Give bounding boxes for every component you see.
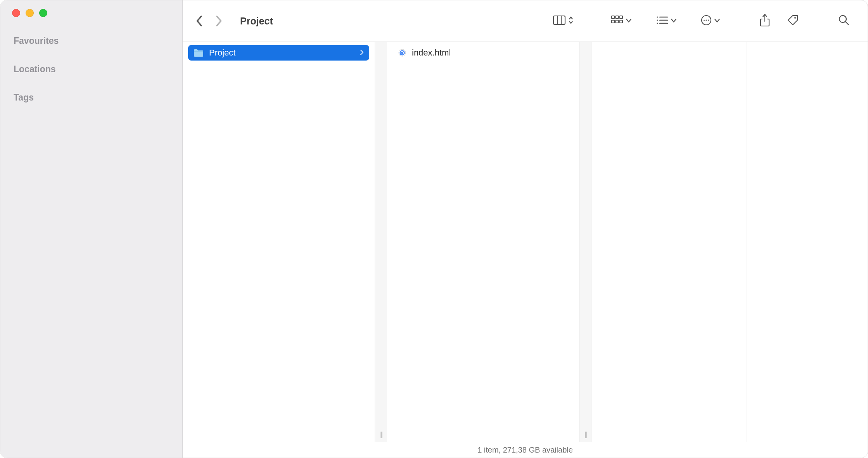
column-view-button[interactable] <box>546 13 580 29</box>
svg-rect-0 <box>553 16 565 24</box>
group-by-button[interactable] <box>605 13 638 29</box>
ellipsis-circle-icon <box>701 15 712 27</box>
share-icon <box>760 14 770 28</box>
content-area: Project <box>183 0 868 458</box>
svg-point-17 <box>705 19 707 21</box>
chevron-down-icon <box>626 17 632 24</box>
chevron-right-icon <box>360 48 364 58</box>
grid-icon <box>611 15 623 27</box>
minimize-window-button[interactable] <box>26 9 34 17</box>
svg-rect-5 <box>620 16 622 19</box>
svg-point-20 <box>794 17 796 19</box>
sidebar-heading-tags[interactable]: Tags <box>14 92 169 103</box>
share-button[interactable] <box>754 13 776 29</box>
folder-icon <box>194 49 204 57</box>
file-item-index-html[interactable]: index.html <box>393 45 574 61</box>
column-1[interactable]: Project <box>183 42 375 442</box>
action-button[interactable] <box>695 13 726 29</box>
nav-controls <box>196 15 222 27</box>
columns-icon <box>553 15 566 27</box>
svg-point-16 <box>704 19 705 21</box>
svg-point-18 <box>708 19 709 21</box>
column-2[interactable]: index.html <box>387 42 579 442</box>
column-browser: Project || <box>183 42 868 442</box>
column-divider-2[interactable]: || <box>579 42 591 442</box>
search-button[interactable] <box>832 13 856 29</box>
svg-point-25 <box>401 52 403 54</box>
svg-point-13 <box>657 23 658 24</box>
svg-line-22 <box>846 22 849 25</box>
window-body: Favourites Locations Tags Project <box>0 0 868 458</box>
svg-rect-4 <box>616 16 619 19</box>
column-divider-1[interactable]: || <box>375 42 387 442</box>
close-window-button[interactable] <box>12 9 20 17</box>
column-3[interactable] <box>591 42 747 442</box>
forward-button[interactable] <box>215 15 222 27</box>
status-text: 1 item, 271,38 GB available <box>477 446 573 455</box>
back-button[interactable] <box>196 15 203 27</box>
file-label: index.html <box>412 48 451 58</box>
svg-rect-6 <box>612 20 614 23</box>
svg-point-11 <box>657 19 658 21</box>
folder-label: Project <box>209 48 235 58</box>
tags-button[interactable] <box>781 13 805 29</box>
sidebar-sections: Favourites Locations Tags <box>0 36 182 103</box>
folder-item-project[interactable]: Project <box>188 45 369 61</box>
svg-point-9 <box>657 16 658 17</box>
status-bar: 1 item, 271,38 GB available <box>183 442 868 458</box>
list-icon <box>656 16 668 26</box>
resize-handle-icon: || <box>584 430 586 439</box>
sidebar-heading-favourites[interactable]: Favourites <box>14 36 169 46</box>
preview-column <box>747 42 868 442</box>
sidebar: Favourites Locations Tags <box>0 0 183 458</box>
sidebar-heading-locations[interactable]: Locations <box>14 64 169 75</box>
html-file-icon <box>398 49 406 57</box>
up-down-icon <box>568 16 574 26</box>
sort-button[interactable] <box>650 13 683 29</box>
zoom-window-button[interactable] <box>39 9 47 17</box>
chevron-down-icon <box>671 17 677 24</box>
window-title: Project <box>240 16 273 27</box>
svg-rect-7 <box>616 20 619 23</box>
window-controls <box>0 9 182 17</box>
finder-window: Favourites Locations Tags Project <box>0 0 868 458</box>
tag-icon <box>787 14 799 28</box>
search-icon <box>838 14 850 28</box>
chevron-down-icon <box>714 17 720 24</box>
svg-rect-8 <box>620 20 622 23</box>
resize-handle-icon: || <box>380 430 382 439</box>
toolbar: Project <box>183 0 868 42</box>
svg-rect-3 <box>612 16 614 19</box>
